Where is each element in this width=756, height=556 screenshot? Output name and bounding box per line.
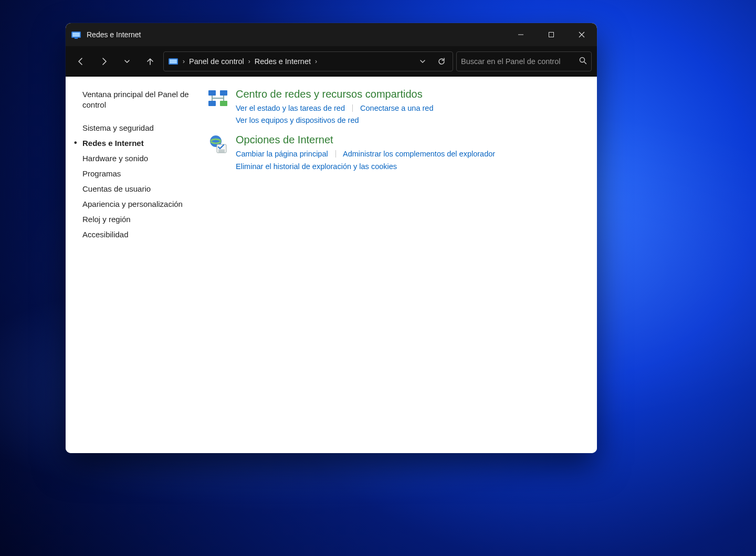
link-separator bbox=[335, 150, 336, 158]
svg-rect-4 bbox=[549, 33, 554, 37]
section-title[interactable]: Opciones de Internet bbox=[236, 134, 582, 146]
window-title: Redes e Internet bbox=[87, 30, 141, 39]
svg-rect-8 bbox=[208, 90, 216, 96]
link-manage-addons[interactable]: Administrar los complementos del explora… bbox=[343, 150, 495, 158]
nav-recent-dropdown[interactable] bbox=[117, 51, 137, 71]
link-clear-history[interactable]: Eliminar el historial de exploración y l… bbox=[236, 162, 397, 171]
address-dropdown[interactable] bbox=[415, 54, 430, 69]
link-separator bbox=[352, 104, 353, 112]
section-links: Ver el estado y las tareas de red Conect… bbox=[236, 102, 582, 127]
search-input[interactable] bbox=[461, 57, 579, 66]
section-internet-options: Opciones de Internet Cambiar la página p… bbox=[207, 134, 582, 172]
section-network-center: Centro de redes y recursos compartidos V… bbox=[207, 88, 582, 127]
link-view-status[interactable]: Ver el estado y las tareas de red bbox=[236, 104, 345, 112]
link-change-homepage[interactable]: Cambiar la página principal bbox=[236, 150, 328, 158]
chevron-right-icon: › bbox=[247, 58, 251, 65]
svg-point-7 bbox=[580, 58, 585, 62]
breadcrumb-segment[interactable]: Panel de control bbox=[189, 57, 244, 66]
nav-forward-button[interactable] bbox=[94, 51, 114, 71]
control-panel-window: Redes e Internet bbox=[66, 23, 597, 453]
sidebar-item-cuentas[interactable]: Cuentas de usuario bbox=[82, 181, 196, 196]
section-title[interactable]: Centro de redes y recursos compartidos bbox=[236, 88, 582, 100]
nav-back-button[interactable] bbox=[71, 51, 91, 71]
svg-rect-9 bbox=[220, 90, 227, 96]
close-button[interactable] bbox=[566, 23, 597, 46]
svg-rect-11 bbox=[220, 101, 227, 106]
address-bar[interactable]: › Panel de control › Redes e Internet › bbox=[163, 51, 453, 71]
chevron-right-icon: › bbox=[182, 58, 186, 65]
link-view-devices[interactable]: Ver los equipos y dispositivos de red bbox=[236, 116, 359, 124]
address-icon bbox=[168, 56, 178, 67]
sidebar-item-hardware[interactable]: Hardware y sonido bbox=[82, 151, 196, 166]
svg-rect-6 bbox=[170, 59, 177, 64]
sidebar-item-programas[interactable]: Programas bbox=[82, 166, 196, 181]
internet-options-icon bbox=[207, 134, 228, 155]
sidebar: Ventana principal del Panel de control S… bbox=[66, 77, 202, 453]
app-icon bbox=[71, 29, 81, 40]
section-links: Cambiar la página principal Administrar … bbox=[236, 148, 582, 172]
window-controls bbox=[506, 23, 597, 46]
search-box[interactable] bbox=[456, 51, 592, 71]
svg-rect-3 bbox=[518, 35, 523, 35]
chevron-right-icon: › bbox=[314, 58, 318, 65]
svg-rect-2 bbox=[75, 38, 78, 39]
sidebar-item-apariencia[interactable]: Apariencia y personalización bbox=[82, 196, 196, 212]
svg-rect-1 bbox=[72, 33, 80, 37]
toolbar: › Panel de control › Redes e Internet › bbox=[66, 46, 597, 77]
search-icon bbox=[579, 56, 587, 67]
sidebar-item-accesibilidad[interactable]: Accesibilidad bbox=[82, 227, 196, 242]
sidebar-item-sistema[interactable]: Sistema y seguridad bbox=[82, 120, 196, 135]
network-center-icon bbox=[207, 88, 228, 109]
sidebar-item-reloj[interactable]: Reloj y región bbox=[82, 212, 196, 227]
breadcrumb-segment[interactable]: Redes e Internet bbox=[255, 57, 311, 66]
content: Centro de redes y recursos compartidos V… bbox=[202, 77, 597, 453]
titlebar: Redes e Internet bbox=[66, 23, 597, 46]
sidebar-home-link[interactable]: Ventana principal del Panel de control bbox=[82, 89, 196, 111]
body: Ventana principal del Panel de control S… bbox=[66, 77, 597, 453]
minimize-button[interactable] bbox=[506, 23, 536, 46]
svg-rect-10 bbox=[208, 101, 216, 106]
refresh-button[interactable] bbox=[434, 54, 449, 69]
nav-up-button[interactable] bbox=[140, 51, 160, 71]
sidebar-item-redes[interactable]: Redes e Internet bbox=[82, 135, 196, 151]
maximize-button[interactable] bbox=[536, 23, 566, 46]
link-connect-network[interactable]: Conectarse a una red bbox=[360, 104, 433, 112]
